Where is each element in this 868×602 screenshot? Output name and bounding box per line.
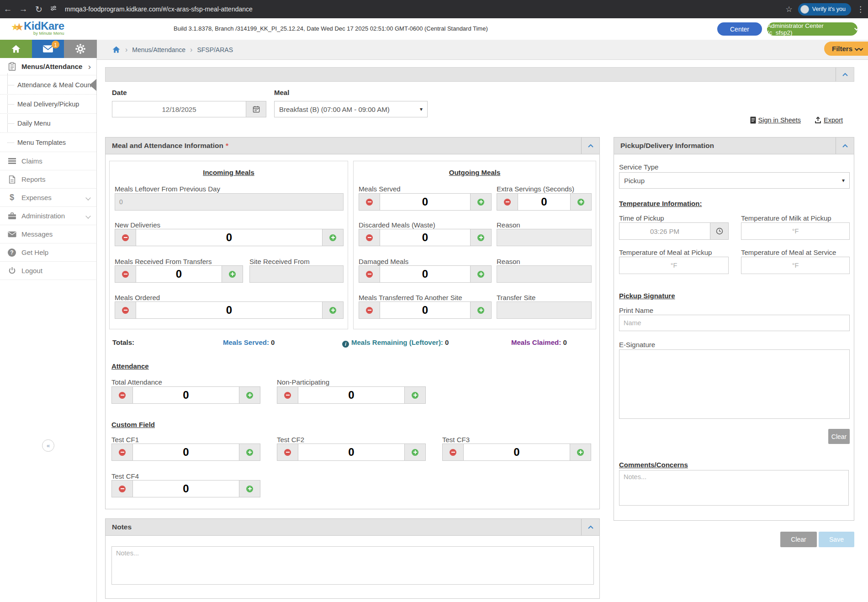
decrement-button[interactable]	[359, 229, 380, 246]
decrement-button[interactable]	[443, 444, 464, 460]
increment-button[interactable]	[470, 194, 491, 210]
increment-button[interactable]	[222, 266, 243, 282]
increment-button[interactable]	[470, 266, 491, 282]
meal-select[interactable]: Breakfast (B) (07:00 AM - 09:00 AM) ▾	[274, 101, 428, 117]
back-icon[interactable]: ←	[0, 4, 16, 14]
collapse-button[interactable]	[836, 137, 854, 154]
decrement-button[interactable]	[359, 266, 380, 282]
stepper-value[interactable]: 0	[298, 444, 404, 460]
export-link[interactable]: Export	[815, 116, 843, 124]
breadcrumb-item-menus[interactable]: Menus/Attendance	[132, 46, 185, 53]
minus-icon	[450, 449, 456, 456]
decrement-button[interactable]	[112, 481, 133, 497]
site-info-icon[interactable]	[47, 4, 60, 14]
stepper-value[interactable]: 0	[298, 387, 404, 403]
increment-button[interactable]	[239, 387, 260, 403]
kidkare-logo[interactable]: ★★ KidKare by Minute Menu	[12, 20, 64, 36]
decrement-button[interactable]	[115, 229, 136, 246]
info-icon[interactable]: i	[342, 341, 349, 348]
increment-button[interactable]	[570, 444, 591, 460]
decrement-button[interactable]	[359, 194, 380, 210]
sidebar-item-menus-attendance[interactable]: Menus/Attendance ›	[0, 58, 96, 75]
time-of-pickup-input[interactable]: 03:26 PM	[619, 222, 729, 240]
filters-button[interactable]: Filters	[824, 42, 868, 56]
collapse-button[interactable]	[581, 519, 599, 535]
minus-icon	[119, 486, 126, 492]
stepper-value[interactable]: 0	[380, 229, 470, 246]
comments-textarea[interactable]	[619, 470, 849, 506]
sidebar-item-reports[interactable]: Reports	[0, 170, 96, 189]
center-button[interactable]: Center	[717, 22, 762, 36]
increment-button[interactable]	[239, 444, 260, 460]
increment-button[interactable]	[470, 302, 491, 318]
increment-button[interactable]	[570, 194, 591, 210]
verify-button[interactable]: Verify it's you	[798, 3, 851, 16]
milk-temp-input[interactable]	[741, 222, 850, 240]
sidebar-item-expenses[interactable]: $ Expenses	[0, 189, 96, 207]
decrement-button[interactable]	[359, 302, 380, 318]
increment-button[interactable]	[322, 229, 343, 246]
logo-subtitle: by Minute Menu	[12, 31, 64, 36]
decrement-button[interactable]	[277, 387, 298, 403]
forward-icon[interactable]: →	[16, 4, 31, 14]
tab-messages[interactable]	[32, 40, 64, 58]
collapse-button[interactable]	[581, 137, 599, 154]
increment-button[interactable]	[404, 444, 425, 460]
stepper-value[interactable]: 0	[136, 229, 322, 246]
collapse-button[interactable]	[836, 68, 854, 81]
stepper-value[interactable]: 0	[464, 444, 570, 460]
sidebar-item-logout[interactable]: Logout	[0, 262, 96, 280]
decrement-button[interactable]	[115, 302, 136, 318]
stepper-value[interactable]: 0	[380, 194, 470, 210]
decrement-button[interactable]	[277, 444, 298, 460]
breadcrumb-home-icon[interactable]	[112, 46, 121, 53]
notes-textarea[interactable]	[111, 546, 594, 585]
sidebar-item-get-help[interactable]: ? Get Help	[0, 243, 96, 262]
stepper-value[interactable]: 0	[133, 481, 239, 497]
calendar-button[interactable]	[246, 101, 266, 117]
sidebar-item-messages[interactable]: Messages	[0, 225, 96, 243]
sidebar-item-daily-menu[interactable]: Daily Menu	[0, 114, 96, 133]
browser-menu-icon[interactable]: ⋮	[857, 5, 864, 14]
meal-pickup-temp-input[interactable]	[619, 257, 729, 274]
signature-clear-button[interactable]: Clear	[828, 429, 850, 444]
increment-button[interactable]	[322, 302, 343, 318]
tab-settings[interactable]	[64, 40, 97, 58]
breadcrumb-item-sfsp[interactable]: SFSP/ARAS	[197, 46, 233, 53]
increment-button[interactable]	[404, 387, 425, 403]
stepper-value[interactable]: 0	[380, 302, 470, 318]
stepper-value[interactable]: 0	[518, 194, 570, 210]
bookmark-star-icon[interactable]: ☆	[786, 5, 793, 14]
account-dropdown-button[interactable]: Administrator Center (c_sfsp2)	[767, 22, 857, 36]
sidebar-item-administration[interactable]: Administration	[0, 207, 96, 225]
save-button[interactable]: Save	[819, 532, 854, 547]
print-name-input[interactable]	[619, 315, 850, 331]
stepper-value[interactable]: 0	[136, 302, 322, 318]
decrement-button[interactable]	[115, 266, 136, 282]
sidebar-item-menu-templates[interactable]: Menu Templates	[0, 133, 96, 152]
increment-button[interactable]	[470, 229, 491, 246]
sidebar-item-attendance-meal-count[interactable]: Attendance & Meal Count	[0, 75, 96, 95]
reload-icon[interactable]: ↻	[31, 4, 47, 15]
sidebar-collapse-button[interactable]: «	[42, 439, 54, 452]
increment-button[interactable]	[239, 481, 260, 497]
decrement-button[interactable]	[497, 194, 518, 210]
sidebar-item-claims[interactable]: Claims	[0, 152, 96, 170]
stepper-value[interactable]: 0	[133, 444, 239, 460]
clock-button[interactable]	[710, 223, 728, 239]
stepper-value[interactable]: 0	[380, 266, 470, 282]
decrement-button[interactable]	[112, 387, 133, 403]
tab-home[interactable]	[0, 40, 32, 58]
stepper-value[interactable]: 0	[136, 266, 222, 282]
decrement-button[interactable]	[112, 444, 133, 460]
meal-service-temp-input[interactable]	[741, 257, 850, 274]
plus-icon	[412, 449, 418, 456]
service-type-select[interactable]: Pickup ▾	[619, 172, 850, 189]
address-bar[interactable]: mmqa3-foodprogram.kidkare.com/#/cx-aras-…	[65, 5, 253, 13]
clear-button[interactable]: Clear	[780, 532, 817, 547]
esignature-pad[interactable]	[619, 349, 850, 419]
stepper-value[interactable]: 0	[133, 387, 239, 403]
date-input[interactable]: 12/18/2025	[112, 101, 266, 117]
sign-in-sheets-link[interactable]: Sign in Sheets	[750, 116, 801, 124]
sidebar-item-meal-delivery[interactable]: Meal Delivery/Pickup	[0, 95, 96, 114]
